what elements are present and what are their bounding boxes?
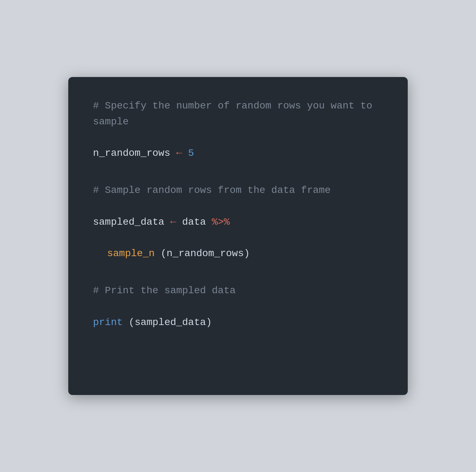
number-5: 5 <box>188 148 194 159</box>
func-print: print <box>93 317 123 328</box>
code-line-4: print (sampled_data) <box>93 315 383 331</box>
comment-2: # Sample random rows from the data frame <box>93 183 383 199</box>
var-n-random-rows: n_random_rows <box>93 148 170 159</box>
pipe-operator: %>% <box>212 217 230 228</box>
comment-3: # Print the sampled data <box>93 283 383 299</box>
code-line-1: n_random_rows ← 5 <box>93 146 383 161</box>
code-line-2: sampled_data ← data %>% <box>93 214 383 230</box>
func-args: (n_random_rows) <box>161 248 250 259</box>
var-data: data <box>182 217 212 228</box>
section-3: # Print the sampled data print (sampled_… <box>93 283 383 330</box>
code-container: # Specify the number of random rows you … <box>68 77 408 395</box>
print-args: (sampled_data) <box>129 317 212 328</box>
comment-1: # Specify the number of random rows you … <box>93 98 383 130</box>
code-line-3: sample_n (n_random_rows) <box>107 246 383 262</box>
code-block: # Specify the number of random rows you … <box>93 98 383 331</box>
func-sample-n: sample_n <box>107 248 155 259</box>
section-1: # Specify the number of random rows you … <box>93 98 383 161</box>
arrow-2: ← <box>170 217 182 228</box>
var-sampled-data: sampled_data <box>93 217 164 228</box>
arrow-1: ← <box>176 148 188 159</box>
section-2: # Sample random rows from the data frame… <box>93 183 383 262</box>
